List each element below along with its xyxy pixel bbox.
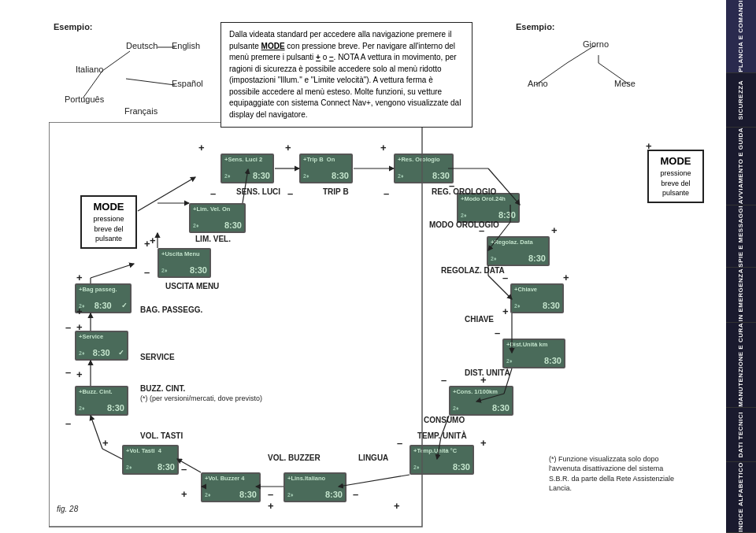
mode-box-left: MODE pressionebreve delpulsante [80,195,137,249]
lcd-sens-luci: +Sens. Luci 2 2♦ 8:30 [220,154,274,183]
buzz-note: (*) (per versioni/mercati, dove previsto… [140,394,262,404]
pm-dist-minus: – [495,327,500,339]
lang-espanol: Español [172,79,203,88]
label-consumo: CONSUMO [424,416,465,424]
lcd-vol-buzzer: +Vol. Buzzer 4 2♦ 8:30 [201,472,261,502]
mode-label-right: MODE [661,155,691,167]
label-temp-unita: TEMP. UNITÀ [417,431,467,440]
pm-trip-b-minus: – [287,187,293,199]
pm-ling-minus: – [353,488,358,500]
label-sens-luci: SENS. LUCI [236,187,280,196]
label-chiave: CHIAVE [465,315,494,324]
pm-regolaz-minus: – [479,224,484,236]
footnote: (*) Funzione visualizzata solo dopo l'av… [549,454,683,494]
sidebar: PLANCIA E COMANDI SICUREZZA AVVIAMENTO E… [726,0,756,533]
sidebar-item-label: SPIE E MESSAGGI [737,205,745,268]
esempio-right-title: Esempio: [516,22,555,31]
pm-cons-minus: – [441,374,447,386]
sidebar-item-indice[interactable]: INDICE ALFABETICO [726,462,756,533]
lcd-uscita-menu: +Uscita Menu 2♦ 8:30 [158,248,211,278]
svg-line-0 [102,51,130,71]
lcd-regolaz-data: +Regolaz. Data 2♦ 8:30 [487,236,550,266]
sidebar-item-dati[interactable]: DATI TECNICI [726,408,756,463]
lcd-lin-italiano: +Lins.Italiano 2♦ 8:30 [284,472,346,502]
lang-francais: Français [124,106,158,116]
sidebar-item-label: AVVIAMENTO E GUIDA [737,128,745,204]
mode-desc-left: pressionebreve delpulsante [87,214,131,244]
pm-lim-minus: – [144,266,150,278]
pm-bag-minus: – [65,321,71,333]
pm-service-plus: + [76,321,83,333]
svg-line-33 [91,264,134,278]
pm-temp-plus: + [480,437,487,449]
lcd-buzz-cint: +Buzz. Cint. 2♦ 8:30 [75,386,128,416]
label-reg-orologio: REG. OROLOGIO [432,187,496,196]
pm-lim-plus: + [150,235,156,246]
pm-uscita-minus: + [76,272,83,283]
label-uscita-menu: USCITA MENU [165,282,219,291]
pm-modo-minus: – [449,180,454,191]
pm-temp-minus: – [397,437,402,449]
pm-ling-plus: + [268,500,274,512]
sidebar-item-label: INDICE ALFABETICO [737,462,745,532]
pm-service-minus: – [65,366,71,378]
pm-buzz-minus: – [65,417,71,429]
pm-regolaz-plus: + [551,224,558,236]
pm-sens-luci-plus: + [198,142,205,154]
info-text: Dalla videata standard per accedere alla… [229,30,461,119]
pm-dist-plus: + [502,305,509,317]
lang-english: English [172,41,200,50]
lcd-chiave: +Chiave 2♦ 8:30 [510,283,564,313]
sidebar-item-label: DATI TECNICI [737,412,745,457]
sidebar-item-label: PLANCIA E COMANDI [737,0,745,72]
mode-desc-right: pressionebreve delpulsante [654,168,698,198]
sidebar-item-label: MANUTENZIONE E CURA [737,323,745,407]
clock-mese: Mese [614,79,636,88]
label-regolaz-data: REGOLAZ. DATA [441,266,505,275]
sidebar-item-avviamento[interactable]: AVVIAMENTO E GUIDA [726,128,756,205]
pm-res-plus: + [380,142,387,154]
pm-chiave-minus: – [502,272,508,283]
pm-sens-luci-minus: – [210,187,216,199]
info-box: Dalla videata standard per accedere alla… [220,22,472,128]
main-content: Esempio: Italiano Deutsch English Portug… [0,0,726,533]
lang-portugues: Português [65,94,104,104]
esempio-left-title: Esempio: [54,22,93,31]
clock-giorno: Giorno [583,39,609,49]
lang-deutsch: Deutsch [126,41,158,50]
sidebar-item-label: IN EMERGENZA [737,268,745,321]
svg-line-4 [126,79,175,85]
pm-uscita-plus: + [144,238,150,250]
fig-label: fig. 28 [57,505,78,513]
label-dist-unita: DIST. UNITÀ [465,368,510,377]
sidebar-item-emergenza[interactable]: IN EMERGENZA [726,268,756,323]
pm-volbuzz-plus: + [181,488,187,500]
pm-buzz-plus: + [76,368,83,380]
lcd-trip-b: +Trip B On 2♦ 8:30 [299,154,353,183]
pm-res-minus: – [384,187,389,199]
label-trip-b: TRIP B [323,187,349,196]
pm-chiave-plus: + [563,272,569,283]
lcd-dist-unita: +Dist.Unità km 2♦ 8:30 [502,339,565,368]
lcd-vol-tasti: +Vol. Tasti 4 2♦ 8:30 [122,445,179,475]
sidebar-item-label: SICUREZZA [737,80,745,120]
label-buzz-cint: BUZZ. CINT. [140,384,185,393]
lcd-temp-unita: +Temp.Unità °C 2♦ 8:30 [410,445,474,475]
lang-italiano: Italiano [76,65,103,74]
label-vol-tasti: VOL. TASTI [140,431,183,440]
label-bag-passegg: BAG. PASSEGG. [140,305,202,314]
sidebar-item-sicurezza[interactable]: SICUREZZA [726,73,756,128]
lcd-cons: +Cons. 1/100km 2♦ 8:30 [449,386,513,416]
sidebar-item-spie[interactable]: SPIE E MESSAGGI [726,205,756,268]
lcd-modo-orologio: +Modo Orol.24h 2♦ 8:30 [457,193,520,223]
svg-line-29 [91,416,102,449]
lcd-res-orologio: +Res. Orologio 2♦ 8:30 [394,154,454,183]
pm-bag-plus: + [76,305,83,317]
sidebar-item-plancia[interactable]: PLANCIA E COMANDI [726,0,756,73]
pm-voltasti-plus: + [102,437,109,449]
label-modo-orologio: MODO OROLOGIO [429,220,499,229]
sidebar-item-manutenzione[interactable]: MANUTENZIONE E CURA [726,323,756,408]
pm-mode-right-plus: + [646,140,652,152]
label-lim-vel: LIM. VEL. [195,235,231,243]
pm-volbuzz-minus: – [268,488,273,500]
